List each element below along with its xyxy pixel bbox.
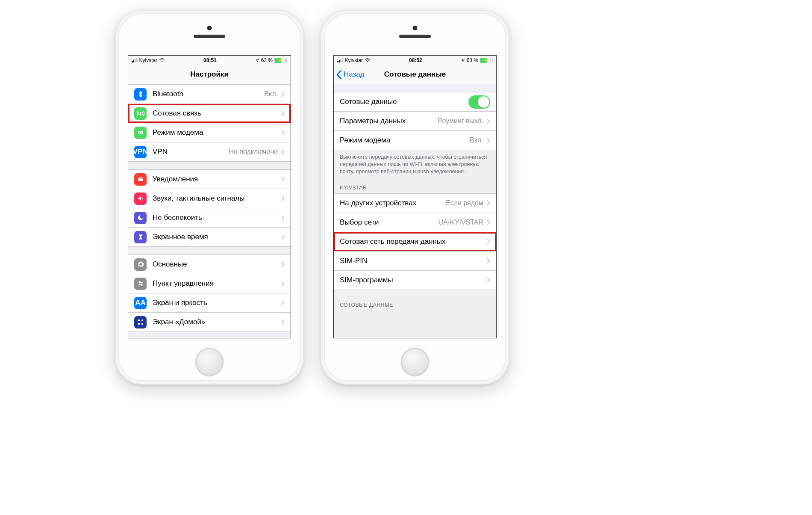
row-network-selection[interactable]: Выбор сети UA-KYIVSTAR xyxy=(334,213,496,232)
status-bar: Kyivstar 08:51 63 % ⚡ xyxy=(128,56,291,65)
hotspot-icon xyxy=(134,127,147,139)
chevron-right-icon xyxy=(281,111,285,116)
bluetooth-icon xyxy=(134,88,147,101)
row-label: Параметры данных xyxy=(340,117,438,125)
signal-icon xyxy=(337,58,343,62)
svg-rect-8 xyxy=(138,320,140,321)
cellular-list[interactable]: Сотовые данные Параметры данных Роуминг … xyxy=(334,84,496,338)
carrier-label: Kyivstar xyxy=(139,57,158,63)
row-cellular-data-network[interactable]: Сотовая сеть передачи данных xyxy=(334,232,496,251)
chevron-right-icon xyxy=(487,138,490,143)
row-notifications[interactable]: Уведомления xyxy=(128,169,291,189)
section-header-cellular: СОТОВЫЕ ДАННЫЕ xyxy=(334,290,496,311)
row-hotspot[interactable]: Режим модема xyxy=(128,123,291,142)
chevron-right-icon xyxy=(487,118,490,124)
antenna-icon xyxy=(134,107,147,120)
phone-left: Kyivstar 08:51 63 % ⚡ Настройки Bluetoot… xyxy=(115,10,304,385)
location-icon xyxy=(461,58,465,62)
row-bluetooth[interactable]: Bluetooth Вкл. xyxy=(128,84,291,104)
back-label: Назад xyxy=(344,70,365,79)
chevron-right-icon xyxy=(281,177,285,182)
row-label: SIM-программы xyxy=(340,276,487,284)
row-general[interactable]: Основные xyxy=(128,255,291,274)
grid-icon xyxy=(134,316,147,329)
row-label: Режим модема xyxy=(153,128,281,137)
chevron-right-icon xyxy=(487,200,490,206)
row-label: Экран «Домой» xyxy=(153,318,281,326)
cellular-footer-note: Выключите передачу сотовых данных, чтобы… xyxy=(334,150,496,177)
row-display[interactable]: AA Экран и яркость xyxy=(128,293,291,312)
row-label: Основные xyxy=(153,260,281,269)
signal-icon xyxy=(132,58,138,62)
row-dnd[interactable]: Не беспокоить xyxy=(128,208,291,227)
gear-icon xyxy=(134,258,147,271)
row-label: Не беспокоить xyxy=(153,213,281,222)
row-value: Не подключено xyxy=(229,148,278,156)
chevron-right-icon xyxy=(281,320,285,325)
battery-icon: ⚡ xyxy=(480,58,493,63)
nav-bar: Настройки xyxy=(128,65,291,84)
row-data-options[interactable]: Параметры данных Роуминг выкл. xyxy=(334,111,496,130)
row-label: Сотовые данные xyxy=(340,98,468,106)
notifications-icon xyxy=(134,173,147,186)
screen-left: Kyivstar 08:51 63 % ⚡ Настройки Bluetoot… xyxy=(128,55,291,338)
row-vpn[interactable]: VPN VPN Не подключено xyxy=(128,142,291,162)
row-label: Bluetooth xyxy=(153,90,264,98)
speaker-icon xyxy=(134,192,147,205)
chevron-right-icon xyxy=(487,258,490,263)
row-value: Вкл. xyxy=(264,90,278,98)
speaker-slot xyxy=(399,35,431,38)
svg-point-7 xyxy=(141,284,142,285)
row-label: VPN xyxy=(153,148,229,156)
nav-title: Настройки xyxy=(190,70,229,79)
svg-point-6 xyxy=(139,282,140,283)
moon-icon xyxy=(134,212,147,224)
row-control-center[interactable]: Пункт управления xyxy=(128,274,291,293)
home-button[interactable] xyxy=(401,348,429,376)
row-hotspot[interactable]: Режим модема Вкл. xyxy=(334,130,496,150)
status-bar: Kyivstar 08:52 63 % ⚡ xyxy=(334,56,496,65)
hourglass-icon xyxy=(134,231,147,243)
sliders-icon xyxy=(134,278,147,290)
back-button[interactable]: Назад xyxy=(336,65,365,84)
row-label: На других устройствах xyxy=(340,199,446,207)
carrier-label: Kyivstar xyxy=(345,57,363,63)
home-button[interactable] xyxy=(195,348,224,376)
row-label: Сотовая связь xyxy=(153,109,281,118)
chevron-right-icon xyxy=(281,92,285,97)
row-value: Если рядом xyxy=(446,199,483,207)
chevron-right-icon xyxy=(281,215,285,221)
row-sounds[interactable]: Звуки, тактильные сигналы xyxy=(128,189,291,208)
chevron-left-icon xyxy=(336,70,342,79)
row-label: SIM-PIN xyxy=(340,257,487,265)
row-sim-apps[interactable]: SIM-программы xyxy=(334,270,496,290)
wifi-icon xyxy=(365,57,371,63)
section-header-kyivstar: KYIVSTAR xyxy=(334,177,496,193)
svg-point-5 xyxy=(141,177,143,179)
row-label: Сотовая сеть передачи данных xyxy=(340,237,487,246)
row-label: Экран и яркость xyxy=(153,299,281,307)
row-value: Вкл. xyxy=(470,136,483,144)
row-label: Выбор сети xyxy=(340,218,438,227)
row-home-screen[interactable]: Экран «Домой» xyxy=(128,312,291,332)
camera-dot xyxy=(207,26,212,30)
svg-rect-9 xyxy=(141,320,143,321)
row-other-devices[interactable]: На других устройствах Если рядом xyxy=(334,193,496,213)
text-size-icon: AA xyxy=(134,297,147,309)
chevron-right-icon xyxy=(281,234,285,240)
clock-label: 08:51 xyxy=(203,57,217,63)
row-value: Роуминг выкл. xyxy=(438,117,483,125)
row-label: Звуки, тактильные сигналы xyxy=(153,194,281,203)
toggle-cellular-data[interactable] xyxy=(468,95,490,109)
chevron-right-icon xyxy=(487,239,490,244)
row-cellular[interactable]: Сотовая связь xyxy=(128,104,291,123)
row-cellular-data[interactable]: Сотовые данные xyxy=(334,92,496,111)
svg-point-1 xyxy=(140,112,141,113)
row-sim-pin[interactable]: SIM-PIN xyxy=(334,251,496,270)
settings-list[interactable]: Bluetooth Вкл. Сотовая связь Режим модем… xyxy=(128,84,291,338)
vpn-icon: VPN xyxy=(134,146,147,158)
chevron-right-icon xyxy=(281,130,285,136)
row-screentime[interactable]: Экранное время xyxy=(128,227,291,247)
screen-right: Kyivstar 08:52 63 % ⚡ Назад Сотовые данн… xyxy=(333,55,497,338)
row-label: Уведомления xyxy=(153,175,281,184)
